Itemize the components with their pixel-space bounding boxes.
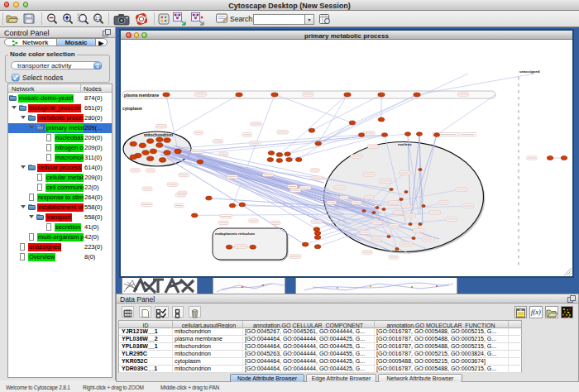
svg-text:unassigned: unassigned bbox=[519, 69, 540, 74]
svg-text:plasma membrane: plasma membrane bbox=[124, 93, 159, 98]
svg-text:endoplasmic reticulum: endoplasmic reticulum bbox=[215, 232, 255, 236]
svg-text:1:1: 1:1 bbox=[95, 16, 101, 21]
svg-text:mitochondrion: mitochondrion bbox=[144, 132, 173, 137]
svg-text:cytoplasm: cytoplasm bbox=[122, 107, 142, 111]
svg-text:nucleus: nucleus bbox=[398, 142, 412, 146]
